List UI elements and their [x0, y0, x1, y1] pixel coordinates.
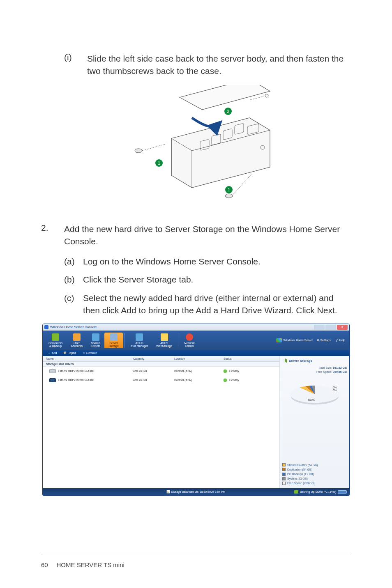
settings-link[interactable]: ⚙ Settings: [317, 339, 330, 342]
status-bar: 📊 Storage Balanced on: 10/30/2009 9:54 P…: [43, 488, 349, 496]
callout-2: 2: [227, 109, 229, 114]
panel-title: Server Storage: [289, 359, 312, 363]
callout-1: 1: [158, 161, 160, 165]
window-title: Windows Home Server Console: [50, 325, 97, 329]
healthy-status-icon: [224, 370, 227, 373]
drive-row[interactable]: Hitachi HDP725050GLA380 465.76 GB Intern…: [43, 376, 279, 385]
repair-button[interactable]: 🛠Repair: [61, 351, 78, 354]
substep-a-text: Log on to the Windows Home Server Consol…: [83, 255, 351, 268]
xtor-icon: [136, 333, 143, 341]
tab-asus-xtor[interactable]: ASUS Xtor Manager: [127, 333, 152, 348]
storage-icon: [110, 333, 118, 341]
maximize-button[interactable]: [325, 325, 336, 330]
tab-network[interactable]: Network Critical: [180, 333, 199, 348]
header-capacity[interactable]: Capacity: [133, 357, 174, 360]
substep-i-label: (i): [64, 53, 78, 78]
svg-point-6: [135, 149, 142, 153]
progress-bar: [338, 490, 347, 494]
tab-asus-webstorage[interactable]: ASUS WebStorage: [152, 333, 176, 348]
column-headers: Name Capacity Location Status: [43, 356, 279, 362]
windows-flag-icon: [276, 338, 282, 342]
substep-b-label: (b): [64, 273, 77, 286]
footer-rule: [41, 555, 351, 555]
server-storage-panel: Server Storage Total Size: 931.52 GB Fre…: [279, 356, 349, 488]
pie-legend: Shared Folders (54 GB) Duplication (54 G…: [282, 463, 347, 486]
svg-point-7: [225, 194, 233, 198]
drive-list: Name Capacity Location Status Storage Ha…: [43, 356, 279, 488]
step-2-text: Add the new hard drive to Server Storage…: [64, 223, 351, 248]
action-subbar: ＋Add 🛠Repair ✕Remove: [43, 350, 349, 356]
webstorage-icon: [161, 333, 168, 341]
page-footer: 60 HOME SERVER TS mini: [41, 561, 125, 568]
healthy-status-icon: [224, 379, 227, 382]
folders-icon: [92, 333, 99, 341]
minimize-button[interactable]: [314, 325, 325, 330]
whs-console-screenshot: Windows Home Server Console x Computers …: [42, 324, 350, 496]
drive-tray-icon: [49, 378, 56, 382]
page-number: 60: [41, 561, 48, 568]
help-link[interactable]: ❔ Help: [335, 339, 345, 342]
network-critical-icon: [186, 333, 193, 341]
tab-server-storage[interactable]: Server Storage: [104, 333, 123, 348]
doc-title: HOME SERVER TS mini: [57, 561, 125, 568]
drive-icon: [49, 369, 56, 373]
substep-a-label: (a): [64, 255, 77, 268]
callout-1b: 1: [228, 187, 230, 192]
header-status[interactable]: Status: [224, 357, 273, 360]
drive-row[interactable]: Hitachi HDP725050GLA380 465.76 GB Intern…: [43, 367, 279, 376]
backup-pc-icon: [294, 490, 298, 494]
step-2-number: 2.: [41, 223, 55, 248]
whs-brand: Windows Home Server: [276, 338, 313, 342]
users-icon: [73, 333, 81, 341]
backup-progress-text: Backing Up MURI-PC (34%): [300, 490, 336, 493]
computers-icon: [52, 333, 59, 341]
case-assembly-diagram: 1 1 2: [110, 85, 282, 208]
substep-c-text: Select the newly added hard drive (eithe…: [83, 292, 351, 317]
storage-pie-chart: 5% 6% 84%: [290, 382, 339, 415]
pie-icon: [282, 358, 287, 363]
substep-b-text: Click the Server Storage tab.: [83, 273, 351, 286]
main-toolbar: Computers & Backup User Accounts Shared …: [43, 331, 349, 350]
svg-point-8: [265, 94, 268, 97]
tab-user-accounts[interactable]: User Accounts: [67, 333, 87, 348]
remove-button[interactable]: ✕Remove: [80, 351, 99, 355]
tab-computers-backup[interactable]: Computers & Backup: [44, 333, 67, 348]
add-button[interactable]: ＋Add: [45, 351, 59, 355]
close-button[interactable]: x: [337, 325, 348, 330]
substep-i-text: Slide the left side case back to the ser…: [87, 53, 351, 78]
app-icon: [44, 325, 48, 329]
substep-c-label: (c): [64, 292, 77, 317]
header-name[interactable]: Name: [43, 357, 133, 360]
window-titlebar: Windows Home Server Console x: [43, 324, 349, 331]
group-storage-hard-drives: Storage Hard Drives: [43, 362, 279, 367]
tab-shared-folders[interactable]: Shared Folders: [87, 333, 104, 348]
header-location[interactable]: Location: [174, 357, 224, 360]
